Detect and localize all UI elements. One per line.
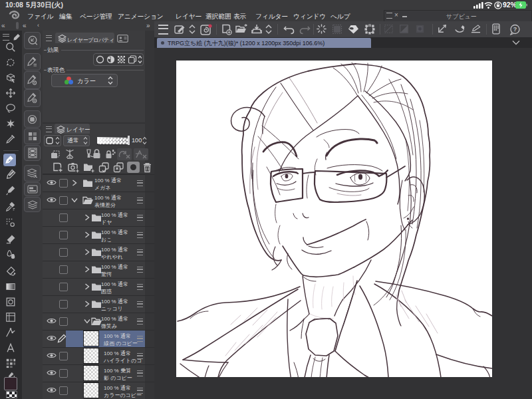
svg-text:?: ? bbox=[513, 26, 517, 33]
